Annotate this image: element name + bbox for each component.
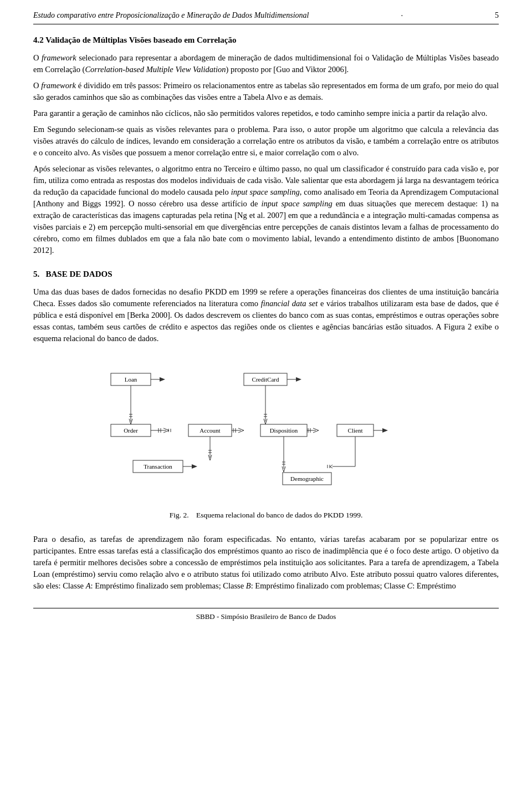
figure-label: Fig. 2. [170, 511, 189, 519]
figure-caption-text: Esquema relacional do banco de dados do … [196, 511, 362, 519]
loan-label: Loan [125, 376, 137, 383]
demographic-label: Demographic [290, 475, 324, 482]
subsection-number: 4.2 [33, 35, 44, 44]
subsection-title: Validação de Múltiplas Visões baseado em… [45, 35, 236, 44]
paragraph-5: Após selecionar as visões relevantes, o … [33, 163, 499, 256]
svg-marker-5 [296, 377, 301, 382]
section5-paragraph-1: Uma das duas bases de dados fornecidas n… [33, 286, 499, 344]
page-footer: SBBD - Simpósio Brasileiro de Banco de D… [33, 608, 499, 622]
page-header: Estudo comparativo entre Proposicionaliz… [33, 10, 499, 24]
disposition-label: Disposition [270, 427, 298, 434]
svg-line-19 [238, 428, 244, 430]
section-5-title: BASE DE DADOS [46, 270, 112, 278]
svg-marker-2 [160, 377, 165, 382]
figure-2-container: Loan CreditCard Order [33, 358, 499, 521]
paragraph-2: O framework é dividido em três passos: P… [33, 80, 499, 103]
svg-line-25 [313, 428, 319, 430]
figure-caption: Fig. 2. Esquema relacional do banco de d… [33, 510, 499, 521]
section-5-heading: 5. BASE DE DADOS [33, 268, 499, 281]
account-label: Account [200, 427, 220, 434]
svg-line-26 [313, 430, 319, 433]
subsection-heading: 4.2 Validação de Múltiplas Visões basead… [33, 34, 499, 47]
er-diagram: Loan CreditCard Order [78, 358, 454, 505]
svg-marker-31 [382, 428, 388, 433]
paragraph-1: O framework selecionado para representar… [33, 52, 499, 75]
section5-paragraph-2: Para o desafio, as tarefas de aprendizag… [33, 534, 499, 592]
svg-marker-46 [192, 464, 197, 469]
transaction-label: Transaction [144, 463, 172, 470]
page-number: 5 [495, 10, 499, 21]
section-5-number: 5. [33, 270, 39, 278]
order-label: Order [124, 427, 138, 434]
paragraph-3: Para garantir a geração de caminhos não … [33, 108, 499, 119]
svg-line-56 [330, 466, 332, 468]
svg-line-20 [238, 430, 244, 433]
paragraph-4: Em Segundo selecionam-se quais as visões… [33, 124, 499, 159]
client-label: Client [348, 427, 363, 434]
header-dot: · [401, 10, 403, 22]
header-title: Estudo comparativo entre Proposicionaliz… [33, 10, 309, 21]
footer-text: SBBD - Simpósio Brasileiro de Banco de D… [196, 612, 336, 621]
creditcard-label: CreditCard [252, 376, 279, 383]
